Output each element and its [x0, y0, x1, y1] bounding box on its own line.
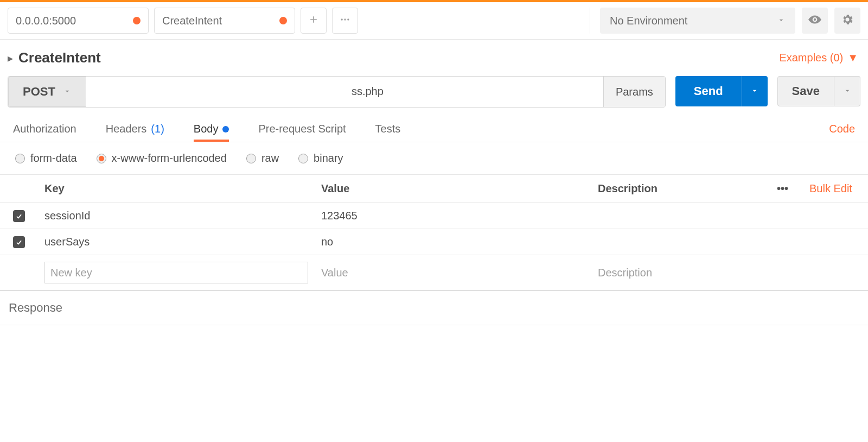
tab-headers[interactable]: Headers (1): [106, 116, 164, 142]
radio-label: form-data: [30, 152, 77, 165]
cell-key[interactable]: userSays: [38, 229, 315, 255]
new-value-placeholder[interactable]: Value: [321, 267, 348, 279]
radio-icon: [298, 154, 308, 163]
settings-button[interactable]: [834, 8, 860, 34]
radio-icon: [15, 154, 25, 163]
new-description-placeholder[interactable]: Description: [598, 267, 652, 279]
response-section-header: Response: [0, 291, 868, 325]
body-type-selector: form-data x-www-form-urlencoded raw bina…: [0, 142, 868, 175]
chevron-down-icon: [750, 86, 759, 97]
radio-label: binary: [314, 152, 343, 165]
col-value: Value: [315, 175, 591, 203]
headers-count: (1): [151, 123, 164, 135]
tab-label: Headers: [106, 123, 147, 135]
tab-label: Pre-request Script: [258, 123, 346, 135]
radio-icon: [97, 154, 106, 163]
params-label: Params: [616, 86, 653, 98]
response-label: Response: [9, 301, 62, 314]
table-row: userSays no: [0, 229, 868, 255]
radio-label: raw: [261, 152, 279, 165]
eye-icon: [808, 12, 822, 29]
caret-down-icon: ▼: [847, 52, 858, 64]
url-bar: POST ss.php Params: [8, 76, 666, 108]
tab-body[interactable]: Body: [194, 116, 229, 142]
svg-point-1: [344, 18, 346, 20]
tabs-area: 0.0.0.0:5000 CreateIntent: [8, 8, 583, 34]
header-bar: 0.0.0.0:5000 CreateIntent No Environment: [0, 2, 868, 40]
examples-label: Examples (0): [779, 52, 843, 64]
send-button[interactable]: Send: [675, 76, 742, 106]
code-link[interactable]: Code: [829, 123, 855, 135]
cell-description[interactable]: [591, 229, 868, 255]
dots-icon: [340, 14, 350, 28]
chevron-down-icon: [63, 85, 72, 99]
radio-label: x-www-form-urlencoded: [112, 152, 227, 165]
radio-urlencoded[interactable]: x-www-form-urlencoded: [97, 152, 227, 165]
tab-authorization[interactable]: Authorization: [13, 116, 76, 142]
collapse-caret-icon[interactable]: ▸: [8, 52, 13, 65]
cell-value[interactable]: no: [315, 229, 591, 255]
tab-label: Tests: [375, 123, 401, 135]
send-button-group: Send: [675, 76, 768, 108]
code-label: Code: [829, 123, 855, 135]
col-check: [0, 175, 38, 203]
tab-label: Body: [194, 123, 219, 135]
radio-raw[interactable]: raw: [246, 152, 279, 165]
request-title-row: ▸ CreateIntent Examples (0) ▼: [0, 40, 868, 76]
params-button[interactable]: Params: [603, 77, 665, 107]
new-key-input[interactable]: [44, 262, 308, 283]
plus-icon: [308, 14, 319, 28]
col-description: Description: [591, 175, 770, 203]
radio-binary[interactable]: binary: [298, 152, 343, 165]
col-bulk: Bulk Edit: [803, 175, 868, 203]
radio-icon: [246, 154, 256, 163]
svg-point-0: [341, 18, 343, 20]
tab-label: CreateIntent: [162, 15, 222, 27]
url-redacted-area: [93, 77, 354, 106]
tab-label: Authorization: [13, 123, 76, 135]
gear-icon: [841, 13, 854, 29]
tab-overflow-button[interactable]: [332, 8, 358, 34]
dots-icon: •••: [777, 182, 788, 194]
unsaved-dot-icon: [279, 17, 287, 24]
table-row: sessionId 123465: [0, 203, 868, 229]
send-dropdown-button[interactable]: [742, 76, 768, 106]
cell-value[interactable]: 123465: [315, 203, 591, 229]
save-button[interactable]: Save: [777, 76, 834, 106]
examples-dropdown[interactable]: Examples (0) ▼: [779, 52, 858, 64]
http-method-selector[interactable]: POST: [8, 77, 86, 107]
new-tab-button[interactable]: [301, 8, 327, 34]
row-checkbox[interactable]: [13, 236, 25, 248]
radio-form-data[interactable]: form-data: [15, 152, 77, 165]
request-tab-0[interactable]: 0.0.0.0:5000: [8, 8, 149, 34]
request-tab-1[interactable]: CreateIntent: [154, 8, 295, 34]
http-method-label: POST: [23, 85, 55, 99]
tab-prerequest[interactable]: Pre-request Script: [258, 116, 346, 142]
url-visible-suffix: ss.php: [346, 77, 384, 106]
header-right-controls: No Environment: [590, 8, 860, 34]
col-actions[interactable]: •••: [770, 175, 803, 203]
cell-description[interactable]: [591, 203, 868, 229]
bulk-edit-link[interactable]: Bulk Edit: [809, 182, 852, 194]
environment-quicklook-button[interactable]: [802, 8, 828, 34]
chevron-down-icon: [777, 15, 786, 27]
request-subtabs: Authorization Headers (1) Body Pre-reque…: [0, 116, 868, 142]
request-url-row: POST ss.php Params Send Save: [0, 76, 868, 116]
save-dropdown-button[interactable]: [834, 76, 860, 106]
tab-tests[interactable]: Tests: [375, 116, 401, 142]
cell-key[interactable]: sessionId: [38, 203, 315, 229]
table-row-new: Value Description: [0, 255, 868, 291]
row-checkbox[interactable]: [13, 210, 25, 222]
col-key: Key: [38, 175, 315, 203]
unsaved-dot-icon: [133, 17, 141, 24]
has-content-dot-icon: [222, 126, 229, 132]
save-button-group: Save: [777, 76, 860, 108]
url-input-container: ss.php: [86, 77, 603, 107]
environment-label: No Environment: [610, 15, 687, 27]
request-title: CreateIntent: [18, 49, 101, 66]
environment-selector[interactable]: No Environment: [600, 8, 795, 34]
tab-label: 0.0.0.0:5000: [16, 15, 76, 27]
chevron-down-icon: [843, 86, 852, 97]
svg-point-2: [347, 18, 349, 20]
body-params-table: Key Value Description ••• Bulk Edit sess…: [0, 175, 868, 291]
